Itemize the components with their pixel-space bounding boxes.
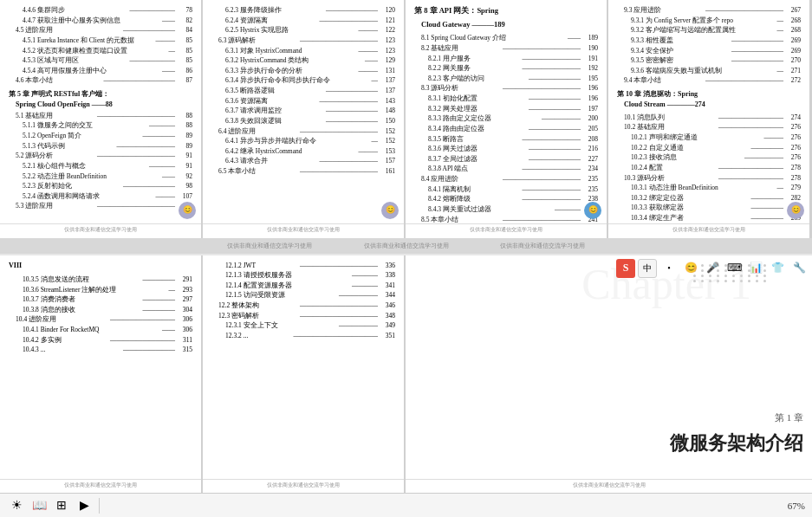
toc-entry: 12.3.2 ... ————————————— 351 xyxy=(211,331,395,341)
top-page-3: 第 8 章 API 网关：Spring Cloud Gateway ———189… xyxy=(406,0,607,238)
toc-entry: 8.3.6 网关过滤器 ———————— 216 xyxy=(414,144,598,154)
page-footer-5: 仅供非商业和通信交流学习使用 xyxy=(0,479,201,489)
feedback-button-4[interactable]: 😊 xyxy=(787,202,804,219)
toc-entry: 10.3.3 获取绑定器 ————— 284 xyxy=(617,203,801,213)
shirt-icon[interactable]: 👕 xyxy=(768,259,787,278)
toc-entry: 10.4.1 Binder For RocketMQ —— 306 xyxy=(9,325,192,335)
toc-entry: 5.1 基础应用 ———————————— 88 xyxy=(9,111,192,121)
top-page-2: 6.2.3 服务降级操作 ———————— 120 6.2.4 资源隔离 ———… xyxy=(203,0,404,238)
page-footer-4: 仅供非商业和通信交流学习使用 xyxy=(608,223,809,234)
chart-icon[interactable]: 📊 xyxy=(746,259,765,278)
toc-entry: 5.2.3 反射初始化 ———————— 98 xyxy=(9,181,192,191)
settings-icon[interactable]: 🔧 xyxy=(789,259,809,278)
feedback-button-1[interactable]: 😊 xyxy=(179,202,196,219)
toc-entry: 10.3.5 消息发送的流程 ————— 291 xyxy=(9,275,192,285)
toc-entry: 6.3.5 断路器逻辑 ———————— 137 xyxy=(211,86,395,96)
toc-entry: 6.3.8 失效回滚逻辑 ———————— 150 xyxy=(211,116,395,126)
toc-entry: 12.2 整体架构 ———————————— 346 xyxy=(211,301,395,311)
toolbar-sep-1 xyxy=(99,498,100,514)
s-brand-icon[interactable]: S xyxy=(616,259,635,278)
feedback-button-2[interactable]: 😊 xyxy=(381,202,399,219)
page-footer-7: 仅供非商业和通信交流学习使用 xyxy=(406,479,812,489)
toc-entry: 9.3.6 客端病应失败与重试机制 — 271 xyxy=(617,66,801,76)
toc-entry: 6.2.4 资源隔离 ————————— 121 xyxy=(211,16,395,26)
bottom-page-2: 12.1.2 JWT ———————————— 336 12.1.3 请授授权服… xyxy=(203,255,404,494)
divider-label-left: 仅供非商业和通信交流学习使用 仅供非商业和通信交流学习使用 仅供非商业和通信交流… xyxy=(227,242,585,250)
toc-entry: 5.2.4 函数调用和网络请求 ——— 107 xyxy=(9,191,192,202)
top-page-4: 9.3 应用进阶 ———————————— 267 9.3.1 为 Config… xyxy=(608,0,809,238)
page-footer-6: 仅供非商业和通信交流学习使用 xyxy=(203,479,404,489)
emoji-icon[interactable]: 😊 xyxy=(681,259,700,278)
toc-entry: 6.4 进阶应用 ———————————— 152 xyxy=(211,126,395,137)
chapter-sub-heading: Spring Cloud OpenFeign ——88 xyxy=(9,100,192,110)
chapter-title: 微服务架构介绍 xyxy=(414,429,803,458)
toc-entry: 9.3.3 相性覆盖 ———————— 269 xyxy=(617,36,801,46)
toc-entry: 5.2.1 核心组件与概念 ———— 91 xyxy=(9,161,192,171)
sun-toolbar-icon[interactable]: ☀ xyxy=(7,496,26,515)
toc-entry: 4.5.2 状态页和健康检查页端口设置 — 85 xyxy=(9,46,192,56)
toc-entry: 10.1 消息队列 —————————— 274 xyxy=(617,113,801,123)
toc-entry: 12.3.1 安全上下文 —————— 349 xyxy=(211,320,395,331)
toc-entry: 4.5.1 Eureka Instance 和 Client 的元数据 ——— … xyxy=(9,36,192,46)
toc-entry: 6.4.2 继承 HystrixCommand ——— 153 xyxy=(211,146,395,157)
toc-entry: 5.2.2 动态注册 BeanDefinition —— 92 xyxy=(9,171,192,182)
toc-entry: 12.1.4 配置资源服务器 ———— 341 xyxy=(211,281,395,291)
toc-entry: 10.3.7 消费消费者 ————— 297 xyxy=(9,294,192,305)
toc-entry: 8.2 基础应用 ———————————— 190 xyxy=(414,43,598,54)
chapter-title-section: 第 1 章 微服务架构介绍 xyxy=(414,410,803,458)
toc-entry: 8.3.1 初始化配置 ———————— 196 xyxy=(414,94,598,104)
toc-entry: 6.3.2 HystrixCommand 类结构 —— 129 xyxy=(211,55,395,66)
toc-entry: 6.4.1 异步与异步并端执行命令 — 152 xyxy=(211,136,395,146)
top-right-toolbar: S 中 • 😊 🎤 ⌨ 📊 👕 🔧 xyxy=(616,259,809,278)
toc-entry: 5.2 源码分析 ———————————— 91 xyxy=(9,151,192,161)
bottom-pages-row: VIII 10.3.5 消息发送的流程 ————— 291 10.3.6 Str… xyxy=(0,255,812,494)
toc-entry: 12.1.3 请授授权服务器 ———— 338 xyxy=(211,270,395,281)
toc-entry: 8.3.8 API 端点 ————————— 234 xyxy=(414,164,598,174)
top-page-1: 4.4.6 集群同步 ——————— 78 4.4.7 获取注册中心服务实例信息… xyxy=(0,0,201,238)
toc-entry: 8.2.1 用户服务 ————————— 191 xyxy=(414,54,598,64)
keyboard-icon[interactable]: ⌨ xyxy=(724,259,744,278)
book-toolbar-icon[interactable]: 📖 xyxy=(29,496,49,515)
toc-entry: 10.2 基础应用 —————————— 276 xyxy=(617,122,801,132)
toc-entry: 12.3 密码解析 ———————————— 348 xyxy=(211,311,395,321)
mic-icon[interactable]: 🎤 xyxy=(703,259,722,278)
toc-entry: 6.4.3 请求合并 ————————— 157 xyxy=(211,156,395,166)
toc-entry: 6.3.7 请求调用监控 ———————— 148 xyxy=(211,106,395,116)
chinese-icon[interactable]: 中 xyxy=(638,259,657,278)
chapter-10-heading: 第 10 章 消息驱动：Spring xyxy=(617,89,801,100)
toc-entry: 9.3 应用进阶 ———————————— 267 xyxy=(617,5,801,16)
grid-toolbar-icon[interactable]: ⊞ xyxy=(52,496,71,515)
page-footer-3: 仅供非商业和通信交流学习使用 xyxy=(406,223,607,234)
feedback-button-3[interactable]: 😊 xyxy=(584,202,601,219)
toc-entry: 8.4.2 熔断降级 ————————— 238 xyxy=(414,194,598,204)
toc-entry: 9.3.2 客户端缩写与远端的配置属性 — 268 xyxy=(617,25,801,36)
toolbar-right: 67% xyxy=(788,501,805,511)
toc-entry: 8.3.5 断路言 ————————— 208 xyxy=(414,134,598,145)
toc-entry: 5.1.2 OpenFeign 简介 ————— 89 xyxy=(9,131,192,141)
toc-entry: 6.3 源码解析 ———————————— 123 xyxy=(211,36,395,46)
toc-entry: 6.3.3 异步执行命令的分析 ——— 131 xyxy=(211,66,395,76)
toc-entry: 8.4.1 隔离机制 ————————— 235 xyxy=(414,184,598,195)
page-label-VIII: VIII xyxy=(9,261,192,271)
zoom-level: 67% xyxy=(788,501,805,511)
toc-entry: 4.5 进阶应用 ———————— 84 xyxy=(9,25,192,36)
toc-entry: 10.2.1 声明和绑定通道 ——— 276 xyxy=(617,132,801,143)
toc-entry: 8.2.3 客户端的访问 ———————— 195 xyxy=(414,74,598,84)
toc-entry: 6.3.1 对象 HystrixCommand ——— 123 xyxy=(211,46,395,56)
play-toolbar-icon[interactable]: ▶ xyxy=(75,496,94,515)
toc-entry: 10.2.2 自定义通道 ————— 276 xyxy=(617,143,801,153)
dot-icon[interactable]: • xyxy=(659,259,679,278)
toc-entry: 10.3.1 动态注册 BeanDefinition — 279 xyxy=(617,183,801,193)
toc-entry: 4.6 本章小结 ——————————— 87 xyxy=(9,75,192,86)
toc-entry: 8.2.2 网关服务 ————————— 192 xyxy=(414,63,598,74)
chapter-10-subheading: Cloud Stream ————274 xyxy=(617,100,801,110)
toc-entry: 9.4 本章小结 ———————————— 272 xyxy=(617,75,801,86)
toc-entry: 9.3.4 安全保护 ———————— 269 xyxy=(617,46,801,56)
toc-entry: 9.3.5 密密解密 ———————— 270 xyxy=(617,55,801,66)
toc-entry: 6.3.4 异步执行命令和同步执行命令 — 137 xyxy=(211,75,395,86)
toc-entry: 4.5.3 区域与可用区 ——————— 85 xyxy=(9,55,192,66)
toc-entry: 5.3 进阶应用 ———————————— 111 xyxy=(9,201,192,211)
middle-divider: 仅供非商业和通信交流学习使用 仅供非商业和通信交流学习使用 仅供非商业和通信交流… xyxy=(0,238,812,254)
toc-entry: 4.5.4 高可用假服务注册中心 —— 86 xyxy=(9,66,192,76)
toc-entry: 9.3.1 为 Config Server 配置多个 repo — 268 xyxy=(617,16,801,26)
